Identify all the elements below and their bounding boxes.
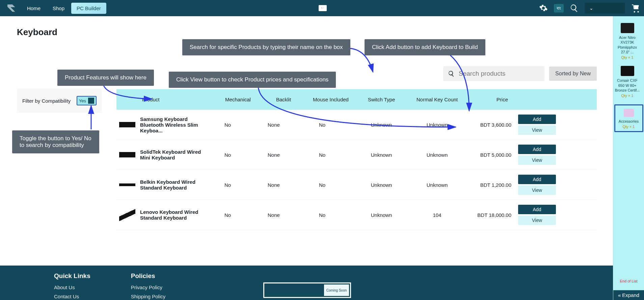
cell-switch: Unknown (356, 182, 407, 188)
nav-link-shop[interactable]: Shop (47, 3, 70, 14)
cell-backlit: None (262, 152, 305, 158)
tooltip-add: Click Add button to add Keyboard to Buil… (365, 39, 485, 55)
newsletter-input[interactable] (265, 284, 323, 296)
table-header-row: Product Mechanical Backlit Mouse Include… (116, 89, 597, 110)
col-keys: Normal Key Count (407, 97, 467, 102)
view-button[interactable]: View (518, 155, 556, 165)
add-button[interactable]: Add (518, 145, 556, 154)
cell-mechanical: No (214, 152, 262, 158)
build-rail-item[interactable]: Acer Nitro XV273K Pbmiipphzx 27.0" ... Q… (614, 23, 641, 60)
nav-links-group: Home Shop PC Builder (22, 3, 106, 14)
language-badge[interactable]: বাং (554, 4, 564, 12)
page-title: Keyboard (17, 27, 596, 38)
cell-mouse: No (305, 212, 356, 218)
tooltip-features: Product Features will show here (57, 70, 154, 86)
build-rail-item[interactable]: Corsair CXF 650 W 80+ Bronze Certif... Q… (614, 66, 641, 98)
view-button[interactable]: View (518, 125, 556, 135)
cell-mouse: No (305, 152, 356, 158)
cell-keys: Unknown (407, 182, 467, 188)
cell-switch: Unknown (356, 212, 407, 218)
end-of-list-text: End of List (620, 279, 638, 283)
product-thumbnail (119, 148, 135, 161)
policies-heading: Policies (131, 272, 166, 280)
expand-sidebar-button[interactable]: « Expand (613, 290, 644, 300)
add-button[interactable]: Add (518, 205, 556, 214)
product-name[interactable]: Belkin Keyboard Wired Standard Keyboard (140, 179, 214, 191)
rail-thumbnail (621, 23, 634, 33)
quick-links-heading: Quick Links (54, 272, 90, 280)
sort-button[interactable]: Sorted by New (549, 67, 597, 81)
view-button[interactable]: View (518, 216, 556, 225)
cart-icon[interactable] (631, 4, 640, 12)
tooltip-toggle: Toggle the button to Yes/ No to search b… (12, 130, 99, 153)
cell-price: BDT 1,200.00 (467, 182, 518, 188)
filter-compatibility-box: Filter by Compatibility Yes (17, 89, 102, 113)
site-logo[interactable] (6, 3, 17, 14)
settings-gear-icon[interactable] (539, 4, 548, 12)
footer-link-shipping[interactable]: Shipping Policy (131, 294, 166, 299)
filter-label: Filter by Compatibility (22, 98, 71, 104)
nav-link-home[interactable]: Home (22, 3, 46, 14)
add-button[interactable]: Add (518, 175, 556, 184)
tooltip-view: Click View button to check Product price… (169, 72, 336, 88)
rail-thumbnail (621, 66, 634, 76)
search-input[interactable] (459, 70, 540, 77)
cell-switch: Unknown (356, 122, 407, 128)
footer-link-contact[interactable]: Contact Us (54, 294, 90, 299)
product-name[interactable]: Lenovo Keyboard Wired Standard Keyboard (140, 209, 214, 221)
cell-price: BDT 3,600.00 (467, 122, 518, 128)
top-navigation-bar: Home Shop PC Builder 🏳️ বাং ⌄ (0, 0, 644, 16)
cell-backlit: None (262, 212, 305, 218)
cell-mechanical: No (214, 212, 262, 218)
cell-backlit: None (262, 122, 305, 128)
table-row: Samsung Keyboard Bluetooth Wireless Slim… (116, 110, 597, 140)
compatibility-toggle[interactable]: Yes (77, 96, 97, 105)
table-row: Belkin Keyboard Wired Standard Keyboard … (116, 170, 597, 200)
build-rail-item[interactable]: Accessories Qty × 1 (614, 104, 643, 132)
newsletter-box: Coming Soon (263, 282, 351, 298)
search-icon[interactable] (570, 4, 579, 12)
main-content-area: Keyboard Search for specific Products by… (0, 16, 613, 300)
rail-item-title: Accessories (616, 119, 642, 124)
product-thumbnail (119, 208, 135, 222)
rail-item-qty: Qty × 1 (616, 124, 642, 129)
rail-item-title: Corsair CXF 650 W 80+ Bronze Certif... (614, 78, 641, 93)
cell-price: BDT 18,000.00 (467, 212, 518, 218)
cell-keys: Unknown (407, 122, 467, 128)
cell-switch: Unknown (356, 152, 407, 158)
view-button[interactable]: View (518, 185, 556, 195)
col-product: Product (140, 97, 214, 102)
cell-keys: Unknown (407, 152, 467, 158)
cell-keys: 104 (407, 212, 467, 218)
rail-item-qty: Qty × 1 (614, 93, 641, 98)
product-search-box[interactable] (443, 66, 544, 81)
col-mouse: Mouse Included (305, 97, 356, 102)
search-field-icon (448, 70, 455, 77)
cell-mechanical: No (214, 122, 262, 128)
add-button[interactable]: Add (518, 115, 556, 124)
footer-link-privacy[interactable]: Privacy Policy (131, 284, 166, 290)
product-name[interactable]: Samsung Keyboard Bluetooth Wireless Slim… (140, 116, 214, 133)
col-switch: Switch Type (356, 97, 407, 102)
rail-item-qty: Qty × 1 (614, 55, 641, 60)
product-name[interactable]: SolidTek Keyboard Wired Mini Keyboard (140, 149, 214, 160)
account-dropdown[interactable]: ⌄ (585, 3, 625, 14)
footer-link-about[interactable]: About Us (54, 284, 90, 290)
newsletter-coming-soon: Coming Soon (324, 284, 349, 296)
build-sidebar: Acer Nitro XV273K Pbmiipphzx 27.0" ... Q… (613, 16, 644, 300)
nav-link-pc-builder[interactable]: PC Builder (71, 3, 106, 14)
cell-mouse: No (305, 182, 356, 188)
cell-mechanical: No (214, 182, 262, 188)
country-flag-badge[interactable]: 🏳️ (319, 5, 327, 11)
cell-backlit: None (262, 182, 305, 188)
cell-price: BDT 5,000.00 (467, 152, 518, 158)
cell-mouse: No (305, 122, 356, 128)
toggle-value: Yes (79, 98, 86, 103)
table-row: SolidTek Keyboard Wired Mini Keyboard No… (116, 140, 597, 170)
col-mechanical: Mechanical (214, 97, 262, 102)
page-footer: Quick Links About Us Contact Us Policies… (0, 266, 613, 300)
chevron-down-icon: ⌄ (589, 5, 593, 11)
tooltip-search: Search for specific Products by typing t… (182, 39, 350, 55)
col-backlit: Backlit (262, 97, 305, 102)
table-row: Lenovo Keyboard Wired Standard Keyboard … (116, 200, 597, 230)
